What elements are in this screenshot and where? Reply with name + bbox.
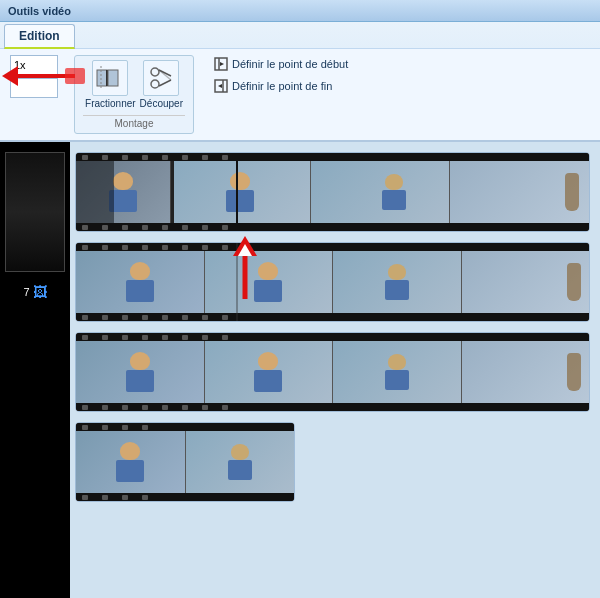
frame-1c (311, 161, 451, 223)
frames-row-1 (76, 161, 589, 223)
person-head (113, 172, 133, 190)
definir-fin-button[interactable]: Définir le point de fin (210, 77, 352, 95)
title-bar: Outils vidéo (0, 0, 600, 22)
sprocket-hole (122, 335, 128, 340)
tab-edition[interactable]: Edition (4, 24, 75, 49)
ribbon: Edition 1x (0, 22, 600, 142)
sprocket-hole (122, 315, 128, 320)
frames-row-2 (76, 251, 589, 313)
tool-buttons-group: Fractionner Découper (85, 60, 183, 109)
timeline-area[interactable] (70, 142, 600, 598)
sprocket-hole (202, 225, 208, 230)
sprocket-hole (142, 425, 148, 430)
frame-3c (333, 341, 462, 403)
sprocket-hole (162, 335, 168, 340)
sprocket-hole (182, 315, 188, 320)
sprocket-hole (182, 225, 188, 230)
sprocket-hole (202, 335, 208, 340)
sprocket-hole (102, 425, 108, 430)
person-body (382, 190, 406, 210)
svg-rect-0 (97, 70, 107, 86)
track-1[interactable] (75, 152, 590, 232)
frame-2c (333, 251, 462, 313)
definir-fin-icon (214, 79, 228, 93)
sprocket-hole (162, 225, 168, 230)
sprocket-hole (122, 155, 128, 160)
frames-row-4 (76, 431, 294, 493)
sprocket-hole (182, 245, 188, 250)
frame-3d (462, 341, 590, 403)
track-4[interactable] (75, 422, 295, 502)
svg-point-4 (151, 68, 159, 76)
frame-3b (205, 341, 334, 403)
sprocket-hole (202, 155, 208, 160)
sprocket-hole (222, 225, 228, 230)
sprocket-hole (202, 315, 208, 320)
svg-rect-11 (65, 68, 85, 84)
definir-debut-label: Définir le point de début (232, 58, 348, 70)
sprocket-hole (82, 155, 88, 160)
guitar-shape (565, 173, 579, 211)
track-4-inner (76, 423, 294, 501)
sprocket-hole (222, 335, 228, 340)
frame-4a (76, 431, 186, 493)
frame-1d (450, 161, 589, 223)
sprocket-hole (82, 335, 88, 340)
track-3-inner (76, 333, 589, 411)
decouper-button[interactable] (143, 60, 179, 96)
sprocket-hole (102, 405, 108, 410)
sprocket-hole (102, 245, 108, 250)
definir-debut-button[interactable]: Définir le point de début (210, 55, 352, 73)
speed-dropdown[interactable]: 1x (10, 55, 58, 75)
sprocket-hole (122, 225, 128, 230)
svg-rect-2 (108, 70, 118, 86)
decouper-label: Découper (140, 98, 183, 109)
sprocket-hole (142, 245, 148, 250)
video-preview (5, 152, 65, 272)
decouper-icon (149, 66, 173, 90)
sprocket-hole (222, 405, 228, 410)
sprocket-hole (102, 155, 108, 160)
svg-marker-17 (218, 84, 222, 88)
frame-1b (171, 161, 311, 223)
fractionner-label: Fractionner (85, 98, 136, 109)
speed-controls: 1x (10, 55, 58, 98)
definir-fin-label: Définir le point de fin (232, 80, 332, 92)
sprocket-hole (222, 155, 228, 160)
svg-line-7 (159, 80, 171, 86)
sprocket-hole (82, 315, 88, 320)
secondary-dropdown[interactable] (10, 78, 58, 98)
ribbon-content: 1x Fractionner (0, 48, 600, 140)
sprocket-hole (102, 315, 108, 320)
sprocket-hole (82, 425, 88, 430)
frame-3a (76, 341, 205, 403)
sprocket-hole (122, 425, 128, 430)
frame-2a (76, 251, 205, 313)
track-2[interactable] (75, 242, 590, 322)
svg-marker-14 (220, 62, 224, 66)
fractionner-icon (96, 66, 124, 90)
sprocket-hole (162, 155, 168, 160)
sprocket-hole (162, 245, 168, 250)
preview-info: 7 🖼 (23, 284, 46, 300)
fractionner-button[interactable] (92, 60, 128, 96)
frame-4b (186, 431, 295, 493)
playhead-line-2 (236, 243, 238, 321)
cut-indicator-1 (171, 161, 174, 223)
definir-group: Définir le point de début Définir le poi… (210, 55, 352, 95)
track-2-inner (76, 243, 589, 321)
montage-group: Fractionner Découper (74, 55, 194, 134)
sprocket-hole (142, 155, 148, 160)
sprocket-hole (102, 225, 108, 230)
frames-row-3 (76, 341, 589, 403)
frame-2d (462, 251, 590, 313)
sidebar-preview: 7 🖼 (0, 142, 70, 598)
frame-2b (205, 251, 334, 313)
svg-point-5 (151, 80, 159, 88)
sprocket-hole (162, 315, 168, 320)
track-3[interactable] (75, 332, 590, 412)
sprocket-hole (222, 315, 228, 320)
main-area: 7 🖼 (0, 142, 600, 598)
sprocket-hole (122, 245, 128, 250)
sprocket-hole (142, 335, 148, 340)
